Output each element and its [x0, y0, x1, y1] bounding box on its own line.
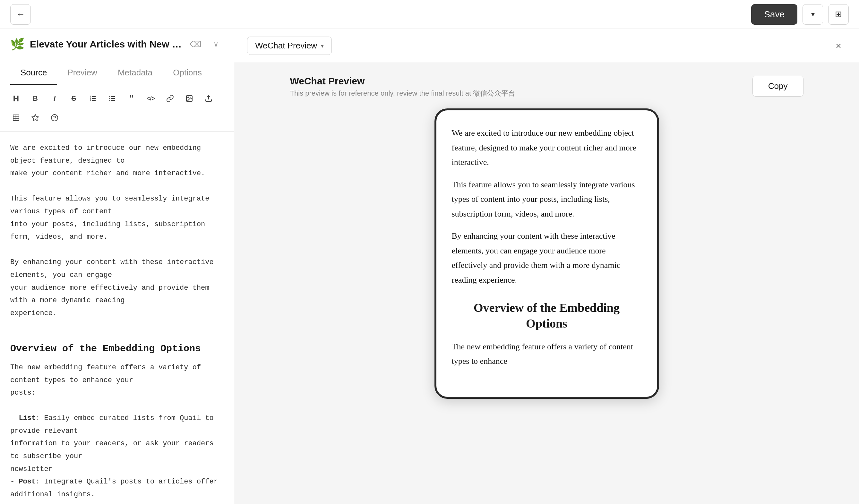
save-button[interactable]: Save [751, 4, 797, 25]
image-button[interactable] [181, 90, 198, 107]
italic-button[interactable]: I [46, 90, 63, 107]
clear-icon: ⌫ [190, 40, 201, 49]
preview-header: WeChat Preview ▾ × [234, 29, 859, 63]
phone-paragraph-4: The new embedding feature offers a varie… [452, 339, 642, 369]
chevron-down-icon: ∨ [213, 40, 218, 48]
svg-point-9 [109, 96, 110, 97]
editor-content[interactable]: We are excited to introduce our new embe… [0, 132, 234, 504]
code-button[interactable]: </> [142, 90, 159, 107]
svg-point-13 [188, 97, 189, 98]
article-title-bar: 🌿 Elevate Your Articles with New Embeddi… [0, 29, 234, 60]
unordered-list-button[interactable] [104, 90, 121, 107]
wechat-preview-title: WeChat Preview [290, 76, 516, 87]
tab-metadata[interactable]: Metadata [107, 60, 163, 85]
svg-rect-15 [13, 115, 19, 121]
help-button[interactable] [46, 109, 63, 126]
link-button[interactable] [162, 90, 178, 107]
tab-source[interactable]: Source [10, 60, 57, 85]
wechat-info-bar: WeChat Preview This preview is for refer… [290, 76, 803, 98]
bold-button[interactable]: B [27, 90, 44, 107]
close-icon: × [835, 41, 841, 51]
phone-mockup: We are excited to introduce our new embe… [435, 108, 659, 399]
svg-text:3: 3 [90, 99, 91, 101]
ordered-list-button[interactable]: 1 2 3 [85, 90, 101, 107]
wechat-preview-subtitle: This preview is for reference only, revi… [290, 89, 516, 98]
editor-panel: 🌿 Elevate Your Articles with New Embeddi… [0, 29, 234, 504]
preview-selector[interactable]: WeChat Preview ▾ [247, 36, 332, 55]
article-collapse-button[interactable]: ∨ [208, 36, 224, 52]
wechat-info-text: WeChat Preview This preview is for refer… [290, 76, 516, 98]
save-dropdown-button[interactable]: ▾ [802, 4, 823, 25]
layout-icon: ⊞ [835, 9, 842, 19]
back-button[interactable]: ← [10, 4, 31, 25]
heading-button[interactable]: H [8, 90, 25, 107]
phone-paragraph-1: We are excited to introduce our new embe… [452, 126, 642, 170]
preview-panel: WeChat Preview ▾ × WeChat Preview This p… [234, 29, 859, 504]
toolbar-divider [221, 93, 221, 104]
preview-selector-label: WeChat Preview [255, 41, 317, 51]
copy-button[interactable]: Copy [752, 76, 803, 96]
close-preview-button[interactable]: × [831, 38, 846, 54]
editor-toolbar: H B I S 1 2 3 " </> [0, 85, 234, 132]
chevron-down-icon: ▾ [811, 10, 815, 19]
preview-content-area: WeChat Preview This preview is for refer… [234, 63, 859, 504]
top-bar: ← Save ▾ ⊞ [0, 0, 859, 29]
svg-point-10 [109, 98, 110, 99]
embed-button[interactable] [200, 90, 217, 107]
chevron-down-icon: ▾ [321, 42, 324, 49]
article-title: Elevate Your Articles with New Embedding… [30, 39, 183, 50]
strikethrough-button[interactable]: S [65, 90, 82, 107]
layout-toggle-button[interactable]: ⊞ [828, 4, 849, 25]
table-button[interactable] [8, 109, 25, 126]
clear-title-button[interactable]: ⌫ [188, 36, 203, 52]
blockquote-button[interactable]: " [123, 90, 140, 107]
back-icon: ← [16, 9, 25, 19]
article-emoji: 🌿 [10, 37, 25, 51]
phone-heading: Overview of the Embedding Options [452, 300, 642, 332]
svg-point-11 [109, 100, 110, 101]
phone-paragraph-3: By enhancing your content with these int… [452, 229, 642, 287]
tab-preview[interactable]: Preview [57, 60, 107, 85]
main-layout: 🌿 Elevate Your Articles with New Embeddi… [0, 29, 859, 504]
tab-options[interactable]: Options [163, 60, 212, 85]
tabs-bar: Source Preview Metadata Options [0, 60, 234, 85]
phone-paragraph-2: This feature allows you to seamlessly in… [452, 178, 642, 222]
shape-button[interactable] [27, 109, 44, 126]
